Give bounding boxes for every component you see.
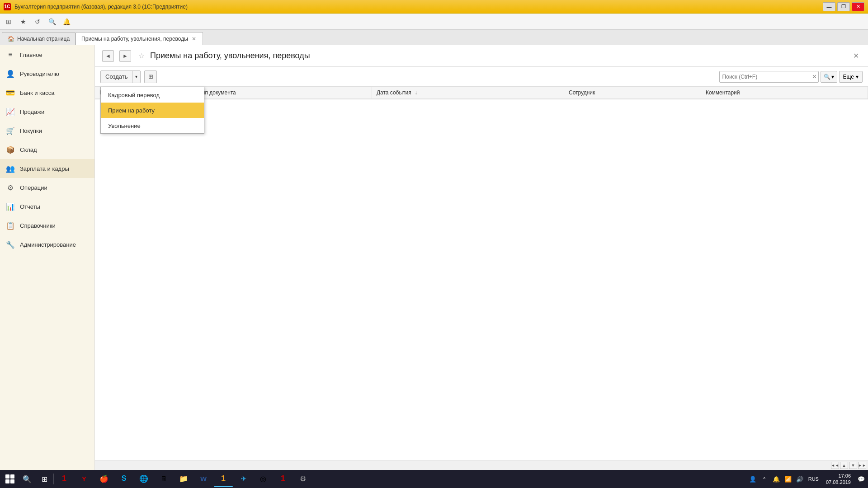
language-button[interactable]: RUS bbox=[807, 475, 821, 483]
search-button[interactable]: 🔍 bbox=[45, 15, 59, 28]
minimize-button[interactable]: — bbox=[823, 2, 835, 11]
sidebar-item-pokupki[interactable]: 🛒 Покупки bbox=[0, 121, 94, 140]
start-button[interactable] bbox=[2, 471, 18, 487]
taskbar-app-settings[interactable]: ⚙ bbox=[293, 471, 312, 487]
more-label: Еще bbox=[843, 74, 854, 80]
app-icon-apple: 🍎 bbox=[99, 474, 108, 483]
col-tip-doc: Тип документа bbox=[194, 87, 372, 99]
create-button-main[interactable]: Создать bbox=[101, 71, 132, 83]
dropdown-item-kadroviy-perevod[interactable]: Кадровый перевод bbox=[101, 87, 204, 103]
bell-button[interactable]: 🔔 bbox=[60, 15, 73, 28]
col-data-sobytia[interactable]: Дата события ↓ bbox=[372, 87, 564, 99]
app-icon-telegram: ✈ bbox=[241, 474, 246, 483]
dropdown-item-uvolnenie[interactable]: Увольнение bbox=[101, 118, 204, 133]
tab-docs[interactable]: Приемы на работу, увольнения, переводы ✕ bbox=[75, 32, 203, 45]
taskbar-app-apple[interactable]: 🍎 bbox=[94, 471, 113, 487]
scroll-last-button[interactable]: ►► bbox=[858, 462, 866, 469]
sidebar-item-administrirovanie[interactable]: 🔧 Администрирование bbox=[0, 235, 94, 254]
app-icon-1c-orange: 1 bbox=[221, 474, 226, 483]
tray-chevron-icon[interactable]: ^ bbox=[760, 474, 769, 484]
clock-date: 07.08.2019 bbox=[826, 479, 851, 485]
taskbar: 🔍 ⊞ 1 Y 🍎 S 🌐 🖩 📁 W 1 ✈ ◎ 1 ⚙ 👤 ^ 🔔 bbox=[0, 470, 868, 488]
taskbar-app-browser[interactable]: 🌐 bbox=[134, 471, 153, 487]
task-view-button[interactable]: ⊞ bbox=[36, 471, 52, 487]
search-input[interactable] bbox=[719, 71, 819, 83]
search-go-icon: 🔍 bbox=[824, 74, 830, 80]
scroll-next-button[interactable]: ▼ bbox=[849, 462, 857, 469]
col-kommentariy: Комментарий bbox=[701, 87, 868, 99]
taskbar-app-calc[interactable]: 🖩 bbox=[154, 471, 173, 487]
scroll-first-button[interactable]: ◄◄ bbox=[831, 462, 839, 469]
taskbar-app-1c-alt[interactable]: 1 bbox=[274, 471, 292, 487]
close-button[interactable]: ✕ bbox=[852, 2, 864, 11]
sidebar-item-otchety[interactable]: 📊 Отчеты bbox=[0, 197, 94, 216]
sidebar-label-sklad: Склад bbox=[20, 146, 37, 153]
search-taskbar-button[interactable]: 🔍 bbox=[19, 471, 35, 487]
content-area: ◄ ► ☆ Приемы на работу, увольнения, пере… bbox=[95, 45, 868, 470]
payroll-icon: 👥 bbox=[5, 164, 15, 174]
tab-home[interactable]: 🏠 Начальная страница bbox=[2, 32, 75, 45]
favorites-button[interactable]: ★ bbox=[16, 15, 30, 28]
clock[interactable]: 17:06 07.08.2019 bbox=[822, 473, 854, 486]
scroll-prev-button[interactable]: ▲ bbox=[840, 462, 848, 469]
taskbar-app-yandex[interactable]: Y bbox=[75, 471, 94, 487]
more-button[interactable]: Еще ▾ bbox=[839, 71, 863, 83]
sidebar-label-spravochniki: Справочники bbox=[20, 222, 56, 229]
create-button[interactable]: Создать ▾ bbox=[100, 70, 141, 83]
admin-icon: 🔧 bbox=[5, 239, 15, 249]
history-button[interactable]: ↺ bbox=[31, 15, 44, 28]
sidebar-item-prodazhi[interactable]: 📈 Продажи bbox=[0, 102, 94, 121]
taskbar-divider-1 bbox=[53, 474, 54, 484]
taskbar-app-1c-red[interactable]: 1 bbox=[55, 471, 74, 487]
copy-button[interactable]: ⊞ bbox=[144, 70, 157, 83]
app-icon-word: W bbox=[200, 475, 207, 483]
search-clear-button[interactable]: ✕ bbox=[811, 73, 819, 81]
dropdown-item-priem-na-rabotu[interactable]: Прием на работу bbox=[101, 103, 204, 118]
scroll-controls: ◄◄ ▲ ▼ ►► bbox=[95, 460, 868, 470]
taskbar-app-1c-orange[interactable]: 1 bbox=[214, 471, 233, 487]
tab-close-button[interactable]: ✕ bbox=[191, 36, 197, 42]
create-dropdown-menu: Кадровый перевод Прием на работу Увольне… bbox=[100, 87, 204, 134]
tray-people-icon[interactable]: 👤 bbox=[748, 474, 758, 484]
nav-toolbar: ⊞ ★ ↺ 🔍 🔔 bbox=[0, 14, 868, 30]
table-header-row: Номер Тип документа Дата события ↓ Сотру… bbox=[95, 87, 868, 99]
tray-volume-icon[interactable]: 🔊 bbox=[795, 474, 805, 484]
action-toolbar: Создать ▾ ⊞ ✕ 🔍 ▾ Еще ▾ Кадровый перевод bbox=[95, 67, 868, 87]
create-button-arrow[interactable]: ▾ bbox=[132, 71, 140, 83]
apps-grid-button[interactable]: ⊞ bbox=[2, 15, 15, 28]
operations-icon: ⚙ bbox=[5, 183, 15, 192]
sidebar-item-spravochniki[interactable]: 📋 Справочники bbox=[0, 216, 94, 235]
restore-button[interactable]: ❐ bbox=[837, 2, 850, 11]
more-arrow: ▾ bbox=[856, 74, 859, 80]
title-bar-text: Бухгалтерия предприятия (базовая), редак… bbox=[14, 4, 188, 10]
taskbar-app-telegram[interactable]: ✈ bbox=[234, 471, 253, 487]
sidebar-item-sklad[interactable]: 📦 Склад bbox=[0, 140, 94, 159]
app-icon-settings: ⚙ bbox=[300, 474, 306, 483]
app-icon-1c-red: 1 bbox=[62, 474, 66, 483]
main-layout: ≡ Главное 👤 Руководителю 💳 Банк и касса … bbox=[0, 45, 868, 470]
tray-bell-icon[interactable]: 🔔 bbox=[771, 474, 781, 484]
taskbar-app-chrome[interactable]: ◎ bbox=[254, 471, 273, 487]
sidebar-item-rukovoditelyu[interactable]: 👤 Руководителю bbox=[0, 64, 94, 83]
taskbar-app-skype[interactable]: S bbox=[114, 471, 133, 487]
app-icon-calc: 🖩 bbox=[160, 475, 167, 483]
sidebar: ≡ Главное 👤 Руководителю 💳 Банк и касса … bbox=[0, 45, 95, 470]
favorite-star[interactable]: ☆ bbox=[138, 52, 145, 60]
forward-button[interactable]: ► bbox=[119, 50, 131, 62]
notification-button[interactable]: 💬 bbox=[856, 474, 866, 484]
back-button[interactable]: ◄ bbox=[102, 50, 114, 62]
close-page-button[interactable]: ✕ bbox=[851, 51, 861, 61]
sidebar-label-pokupki: Покупки bbox=[20, 127, 42, 134]
tray-network-icon[interactable]: 📶 bbox=[783, 474, 793, 484]
sidebar-item-glavnoe[interactable]: ≡ Главное bbox=[0, 45, 94, 64]
app-icon-chrome: ◎ bbox=[260, 474, 266, 483]
sidebar-item-operacii[interactable]: ⚙ Операции bbox=[0, 178, 94, 197]
table-area: Номер Тип документа Дата события ↓ Сотру… bbox=[95, 87, 868, 460]
taskbar-app-word[interactable]: W bbox=[194, 471, 213, 487]
sidebar-label-operacii: Операции bbox=[20, 184, 47, 191]
sidebar-item-bank[interactable]: 💳 Банк и касса bbox=[0, 83, 94, 102]
tab-docs-label: Приемы на работу, увольнения, переводы bbox=[81, 36, 188, 42]
taskbar-app-files[interactable]: 📁 bbox=[174, 471, 193, 487]
sidebar-item-zarplata[interactable]: 👥 Зарплата и кадры bbox=[0, 159, 94, 178]
search-go-button[interactable]: 🔍 ▾ bbox=[821, 71, 837, 83]
